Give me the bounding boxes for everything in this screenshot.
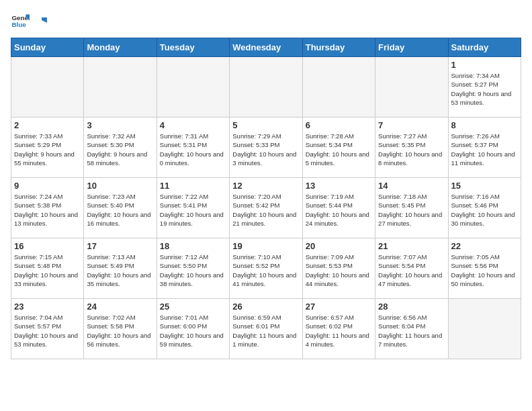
header: General Blue <box>11 11 521 30</box>
day-info: Sunrise: 7:24 AM Sunset: 5:38 PM Dayligh… <box>14 192 81 228</box>
day-info: Sunrise: 7:12 AM Sunset: 5:50 PM Dayligh… <box>160 253 226 288</box>
day-info: Sunrise: 7:26 AM Sunset: 5:37 PM Dayligh… <box>451 132 518 167</box>
day-number: 13 <box>306 181 372 191</box>
day-info: Sunrise: 7:20 AM Sunset: 5:42 PM Dayligh… <box>232 192 299 228</box>
day-number: 22 <box>451 241 518 251</box>
calendar-table: SundayMondayTuesdayWednesdayThursdayFrid… <box>11 38 521 359</box>
day-number: 18 <box>160 241 226 251</box>
day-info: Sunrise: 7:19 AM Sunset: 5:44 PM Dayligh… <box>306 192 372 228</box>
day-number: 8 <box>451 120 518 130</box>
week-row-3: 16Sunrise: 7:15 AM Sunset: 5:48 PM Dayli… <box>11 238 521 299</box>
calendar-cell: 14Sunrise: 7:18 AM Sunset: 5:45 PM Dayli… <box>375 178 448 238</box>
calendar-cell <box>157 57 229 118</box>
calendar-cell: 12Sunrise: 7:20 AM Sunset: 5:42 PM Dayli… <box>230 178 302 238</box>
day-info: Sunrise: 7:29 AM Sunset: 5:33 PM Dayligh… <box>232 132 299 167</box>
day-info: Sunrise: 7:22 AM Sunset: 5:41 PM Dayligh… <box>160 192 226 228</box>
calendar-cell: 11Sunrise: 7:22 AM Sunset: 5:41 PM Dayli… <box>157 178 229 238</box>
day-number: 2 <box>14 120 81 130</box>
day-number: 12 <box>232 181 299 191</box>
calendar-cell: 17Sunrise: 7:13 AM Sunset: 5:49 PM Dayli… <box>84 238 157 299</box>
day-number: 4 <box>160 120 226 130</box>
calendar-cell: 15Sunrise: 7:16 AM Sunset: 5:46 PM Dayli… <box>448 178 521 238</box>
day-number: 26 <box>232 302 299 312</box>
day-info: Sunrise: 7:33 AM Sunset: 5:29 PM Dayligh… <box>14 132 81 167</box>
calendar-cell: 10Sunrise: 7:23 AM Sunset: 5:40 PM Dayli… <box>84 178 157 238</box>
calendar-cell: 16Sunrise: 7:15 AM Sunset: 5:48 PM Dayli… <box>11 238 84 299</box>
day-info: Sunrise: 6:57 AM Sunset: 6:02 PM Dayligh… <box>306 313 372 349</box>
calendar-cell: 9Sunrise: 7:24 AM Sunset: 5:38 PM Daylig… <box>11 178 84 238</box>
weekday-header-sunday: Sunday <box>11 38 84 57</box>
weekday-header-saturday: Saturday <box>448 38 521 57</box>
calendar-cell: 20Sunrise: 7:09 AM Sunset: 5:53 PM Dayli… <box>302 238 375 299</box>
day-number: 24 <box>87 302 153 312</box>
calendar-cell: 26Sunrise: 6:59 AM Sunset: 6:01 PM Dayli… <box>230 299 302 359</box>
calendar-cell: 6Sunrise: 7:28 AM Sunset: 5:34 PM Daylig… <box>302 118 375 178</box>
calendar-cell: 19Sunrise: 7:10 AM Sunset: 5:52 PM Dayli… <box>230 238 302 299</box>
calendar-cell <box>375 57 448 118</box>
weekday-header-monday: Monday <box>84 38 157 57</box>
week-row-0: 1Sunrise: 7:34 AM Sunset: 5:27 PM Daylig… <box>11 57 521 118</box>
day-info: Sunrise: 7:13 AM Sunset: 5:49 PM Dayligh… <box>87 253 153 288</box>
day-info: Sunrise: 7:16 AM Sunset: 5:46 PM Dayligh… <box>451 192 518 228</box>
calendar-cell: 18Sunrise: 7:12 AM Sunset: 5:50 PM Dayli… <box>157 238 229 299</box>
calendar-cell: 2Sunrise: 7:33 AM Sunset: 5:29 PM Daylig… <box>11 118 84 178</box>
day-info: Sunrise: 7:09 AM Sunset: 5:53 PM Dayligh… <box>306 253 372 288</box>
calendar-cell: 4Sunrise: 7:31 AM Sunset: 5:31 PM Daylig… <box>157 118 229 178</box>
calendar-cell <box>84 57 157 118</box>
day-number: 21 <box>378 241 445 251</box>
svg-marker-3 <box>42 17 47 23</box>
calendar-cell <box>230 57 302 118</box>
calendar-cell: 21Sunrise: 7:07 AM Sunset: 5:54 PM Dayli… <box>375 238 448 299</box>
weekday-header-wednesday: Wednesday <box>230 38 302 57</box>
day-info: Sunrise: 7:10 AM Sunset: 5:52 PM Dayligh… <box>232 253 299 288</box>
day-info: Sunrise: 7:15 AM Sunset: 5:48 PM Dayligh… <box>14 253 81 288</box>
day-number: 6 <box>306 120 372 130</box>
calendar-cell: 24Sunrise: 7:02 AM Sunset: 5:58 PM Dayli… <box>84 299 157 359</box>
day-number: 10 <box>87 181 153 191</box>
day-info: Sunrise: 7:31 AM Sunset: 5:31 PM Dayligh… <box>160 132 226 167</box>
logo-bird-icon <box>34 15 47 28</box>
day-info: Sunrise: 6:59 AM Sunset: 6:01 PM Dayligh… <box>232 313 299 349</box>
day-number: 28 <box>378 302 445 312</box>
weekday-header-thursday: Thursday <box>302 38 375 57</box>
calendar-cell <box>302 57 375 118</box>
day-info: Sunrise: 7:23 AM Sunset: 5:40 PM Dayligh… <box>87 192 153 228</box>
calendar-cell: 23Sunrise: 7:04 AM Sunset: 5:57 PM Dayli… <box>11 299 84 359</box>
week-row-2: 9Sunrise: 7:24 AM Sunset: 5:38 PM Daylig… <box>11 178 521 238</box>
day-number: 16 <box>14 241 81 251</box>
weekday-header-friday: Friday <box>375 38 448 57</box>
day-info: Sunrise: 7:18 AM Sunset: 5:45 PM Dayligh… <box>378 192 445 228</box>
weekday-header-row: SundayMondayTuesdayWednesdayThursdayFrid… <box>11 38 521 57</box>
calendar-cell: 1Sunrise: 7:34 AM Sunset: 5:27 PM Daylig… <box>448 57 521 118</box>
svg-text:Blue: Blue <box>11 21 26 28</box>
calendar-cell: 22Sunrise: 7:05 AM Sunset: 5:56 PM Dayli… <box>448 238 521 299</box>
calendar-cell: 7Sunrise: 7:27 AM Sunset: 5:35 PM Daylig… <box>375 118 448 178</box>
calendar-cell: 27Sunrise: 6:57 AM Sunset: 6:02 PM Dayli… <box>302 299 375 359</box>
calendar-cell: 28Sunrise: 6:56 AM Sunset: 6:04 PM Dayli… <box>375 299 448 359</box>
calendar-cell: 8Sunrise: 7:26 AM Sunset: 5:37 PM Daylig… <box>448 118 521 178</box>
week-row-4: 23Sunrise: 7:04 AM Sunset: 5:57 PM Dayli… <box>11 299 521 359</box>
calendar-cell: 13Sunrise: 7:19 AM Sunset: 5:44 PM Dayli… <box>302 178 375 238</box>
day-number: 5 <box>232 120 299 130</box>
logo: General Blue <box>11 11 47 30</box>
day-number: 14 <box>378 181 445 191</box>
day-info: Sunrise: 7:27 AM Sunset: 5:35 PM Dayligh… <box>378 132 445 167</box>
day-info: Sunrise: 7:05 AM Sunset: 5:56 PM Dayligh… <box>451 253 518 288</box>
day-number: 20 <box>306 241 372 251</box>
day-info: Sunrise: 7:07 AM Sunset: 5:54 PM Dayligh… <box>378 253 445 288</box>
calendar-cell: 3Sunrise: 7:32 AM Sunset: 5:30 PM Daylig… <box>84 118 157 178</box>
calendar-cell <box>448 299 521 359</box>
day-number: 9 <box>14 181 81 191</box>
day-number: 17 <box>87 241 153 251</box>
calendar-cell <box>11 57 84 118</box>
calendar-cell: 5Sunrise: 7:29 AM Sunset: 5:33 PM Daylig… <box>230 118 302 178</box>
day-info: Sunrise: 7:01 AM Sunset: 6:00 PM Dayligh… <box>160 313 226 349</box>
day-number: 11 <box>160 181 226 191</box>
day-number: 3 <box>87 120 153 130</box>
day-number: 1 <box>451 60 518 70</box>
day-info: Sunrise: 7:32 AM Sunset: 5:30 PM Dayligh… <box>87 132 153 167</box>
day-number: 7 <box>378 120 445 130</box>
week-row-1: 2Sunrise: 7:33 AM Sunset: 5:29 PM Daylig… <box>11 118 521 178</box>
weekday-header-tuesday: Tuesday <box>157 38 229 57</box>
day-number: 27 <box>306 302 372 312</box>
